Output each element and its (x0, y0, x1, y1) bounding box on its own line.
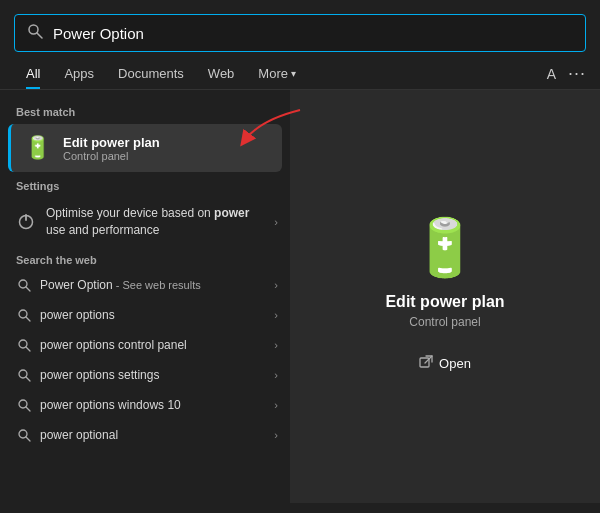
tab-more[interactable]: More ▾ (246, 58, 308, 89)
tab-web[interactable]: Web (196, 58, 247, 89)
web-item-text-2: power options (40, 308, 266, 322)
web-item-4[interactable]: power options settings › (0, 360, 290, 390)
best-match-title: Edit power plan (63, 135, 160, 150)
best-match-item[interactable]: 🔋 Edit power plan Control panel (8, 124, 282, 172)
web-search-icon-1 (16, 277, 32, 293)
svg-line-11 (26, 377, 30, 381)
search-input[interactable]: Power Option (53, 25, 573, 42)
web-search-icon-2 (16, 307, 32, 323)
chevron-right-icon: › (274, 216, 278, 228)
tab-all[interactable]: All (14, 58, 52, 89)
web-item-2[interactable]: power options › (0, 300, 290, 330)
web-search-icon-5 (16, 397, 32, 413)
web-item-text-5: power options windows 10 (40, 398, 266, 412)
power-icon (16, 212, 36, 232)
chevron-right-icon: › (274, 369, 278, 381)
settings-item-text: Optimise your device based on power use … (46, 205, 264, 239)
settings-label: Settings (0, 174, 290, 196)
main-content: Best match 🔋 Edit power plan Control pan… (0, 90, 600, 503)
web-search-icon-4 (16, 367, 32, 383)
web-item-text-3: power options control panel (40, 338, 266, 352)
font-size-button[interactable]: A (547, 66, 556, 82)
more-options-button[interactable]: ··· (568, 63, 586, 84)
chevron-right-icon: › (274, 399, 278, 411)
web-item-text-6: power optional (40, 428, 266, 442)
web-item-3[interactable]: power options control panel › (0, 330, 290, 360)
chevron-right-icon: › (274, 279, 278, 291)
right-panel-icon: 🔋 (410, 215, 480, 281)
chevron-right-icon: › (274, 429, 278, 441)
svg-line-9 (26, 347, 30, 351)
best-match-subtitle: Control panel (63, 150, 160, 162)
web-item-text-4: power options settings (40, 368, 266, 382)
web-search-icon-6 (16, 427, 32, 443)
search-icon (27, 23, 43, 43)
web-search-label: Search the web (0, 248, 290, 270)
svg-line-5 (26, 287, 30, 291)
web-item-6[interactable]: power optional › (0, 420, 290, 450)
left-panel: Best match 🔋 Edit power plan Control pan… (0, 90, 290, 503)
open-button[interactable]: Open (407, 349, 483, 378)
right-panel-subtitle: Control panel (409, 315, 480, 329)
best-match-label: Best match (0, 100, 290, 122)
svg-rect-16 (420, 358, 429, 367)
svg-line-1 (37, 33, 42, 38)
tabs-row: All Apps Documents Web More ▾ A ··· (0, 58, 600, 90)
chevron-right-icon: › (274, 309, 278, 321)
chevron-right-icon: › (274, 339, 278, 351)
right-panel: 🔋 Edit power plan Control panel Open (290, 90, 600, 503)
svg-line-7 (26, 317, 30, 321)
web-search-icon-3 (16, 337, 32, 353)
right-panel-title: Edit power plan (385, 293, 504, 311)
web-item-5[interactable]: power options windows 10 › (0, 390, 290, 420)
best-match-icon: 🔋 (21, 132, 53, 164)
svg-line-15 (26, 437, 30, 441)
svg-line-13 (26, 407, 30, 411)
tab-apps[interactable]: Apps (52, 58, 106, 89)
chevron-down-icon: ▾ (291, 68, 296, 79)
open-label: Open (439, 356, 471, 371)
settings-power-item[interactable]: Optimise your device based on power use … (0, 196, 290, 248)
web-item-1[interactable]: Power Option - See web results › (0, 270, 290, 300)
web-item-text-1: Power Option - See web results (40, 278, 266, 292)
tab-documents[interactable]: Documents (106, 58, 196, 89)
tabs-right: A ··· (547, 63, 586, 84)
best-match-text: Edit power plan Control panel (63, 135, 160, 162)
search-bar[interactable]: Power Option (14, 14, 586, 52)
open-external-icon (419, 355, 433, 372)
